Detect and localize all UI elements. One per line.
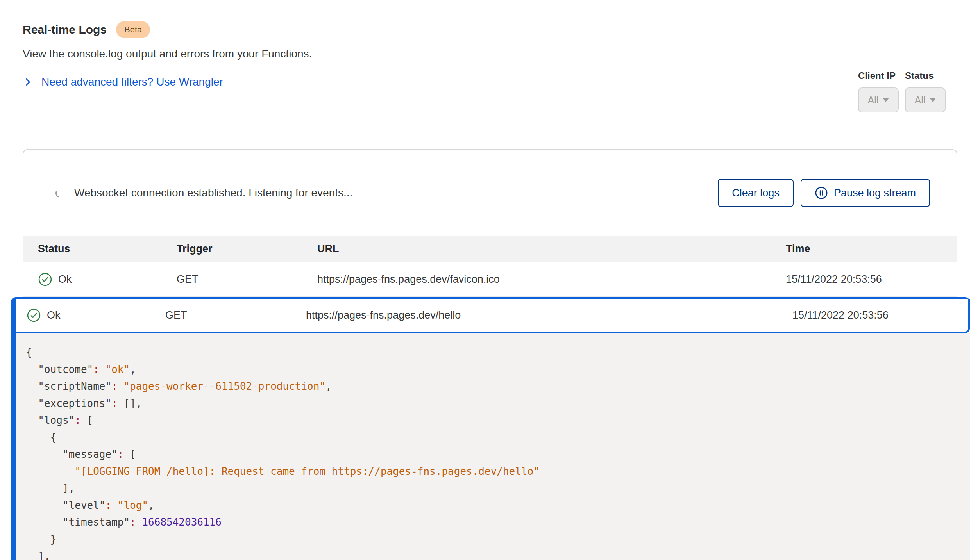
wrangler-link[interactable]: Need advanced filters? Use Wrangler (23, 76, 223, 88)
check-circle-icon (38, 272, 52, 287)
status-value: All (915, 95, 926, 106)
url-cell: https://pages-fns.pages.dev/favicon.ico (317, 273, 786, 285)
spinner-icon (55, 188, 65, 198)
log-actions: Clear logs Pause log stream (718, 179, 930, 207)
code-line: "level": "log", (26, 497, 962, 514)
clear-logs-button[interactable]: Clear logs (718, 179, 794, 207)
code-line: ], (26, 480, 962, 497)
log-detail-json: { "outcome": "ok", "scriptName": "pages-… (16, 333, 970, 560)
check-circle-icon (27, 308, 41, 323)
code-line: "logs": [ (26, 412, 962, 429)
table-row[interactable]: Ok GET https://pages-fns.pages.dev/favic… (23, 262, 957, 297)
status-filter: Status All (905, 70, 946, 112)
pause-icon (815, 186, 828, 200)
client-ip-dropdown[interactable]: All (858, 87, 899, 112)
caret-down-icon (883, 98, 889, 102)
time-cell: 15/11/2022 20:53:56 (786, 273, 957, 285)
page-title: Real-time Logs (23, 23, 107, 36)
pause-log-stream-button[interactable]: Pause log stream (801, 179, 930, 207)
status-cell: Ok (27, 308, 165, 323)
table-body: Ok GET https://pages-fns.pages.dev/favic… (23, 262, 957, 297)
column-header-trigger: Trigger (177, 243, 317, 255)
expanded-log-entry: Ok GET https://pages-fns.pages.dev/hello… (11, 297, 970, 560)
log-card: Websocket connection established. Listen… (23, 149, 957, 298)
wrangler-link-label: Need advanced filters? Use Wrangler (41, 76, 223, 88)
status-dropdown[interactable]: All (905, 87, 946, 112)
client-ip-value: All (868, 95, 879, 106)
code-line: } (26, 531, 962, 548)
client-ip-label: Client IP (858, 70, 899, 81)
status-label: Status (905, 70, 946, 81)
code-line: { (26, 429, 962, 446)
websocket-status-text: Websocket connection established. Listen… (74, 187, 352, 199)
clear-logs-label: Clear logs (732, 187, 780, 199)
column-header-url: URL (317, 243, 786, 255)
code-line: "exceptions": [], (26, 395, 962, 412)
time-cell: 15/11/2022 20:53:56 (792, 309, 968, 321)
client-ip-filter: Client IP All (858, 70, 899, 112)
code-line: "message": [ (26, 446, 962, 463)
url-cell: https://pages-fns.pages.dev/hello (306, 309, 792, 321)
filters: Client IP All Status All (858, 70, 946, 112)
code-line: "[LOGGING FROM /hello]: Request came fro… (26, 463, 962, 480)
column-header-status: Status (38, 243, 177, 255)
code-line: "timestamp": 1668542036116 (26, 514, 962, 531)
pause-log-stream-label: Pause log stream (834, 187, 916, 199)
column-header-time: Time (786, 243, 957, 255)
table-header: Status Trigger URL Time (23, 236, 957, 262)
code-line: ], (26, 548, 962, 560)
selected-table-row[interactable]: Ok GET https://pages-fns.pages.dev/hello… (16, 299, 970, 333)
websocket-status-bar: Websocket connection established. Listen… (23, 150, 957, 236)
page-header: Real-time Logs Beta View the console.log… (23, 21, 312, 88)
trigger-cell: GET (165, 309, 306, 321)
code-line: "outcome": "ok", (26, 361, 962, 378)
code-line: "scriptName": "pages-worker--611502-prod… (26, 378, 962, 395)
code-line: { (26, 344, 962, 361)
page-subtitle: View the console.log output and errors f… (23, 48, 312, 60)
chevron-right-icon (23, 77, 33, 87)
status-text: Ok (47, 309, 61, 321)
trigger-cell: GET (177, 273, 317, 285)
status-text: Ok (58, 273, 72, 285)
status-cell: Ok (38, 272, 177, 287)
beta-badge: Beta (116, 21, 150, 38)
caret-down-icon (930, 98, 936, 102)
